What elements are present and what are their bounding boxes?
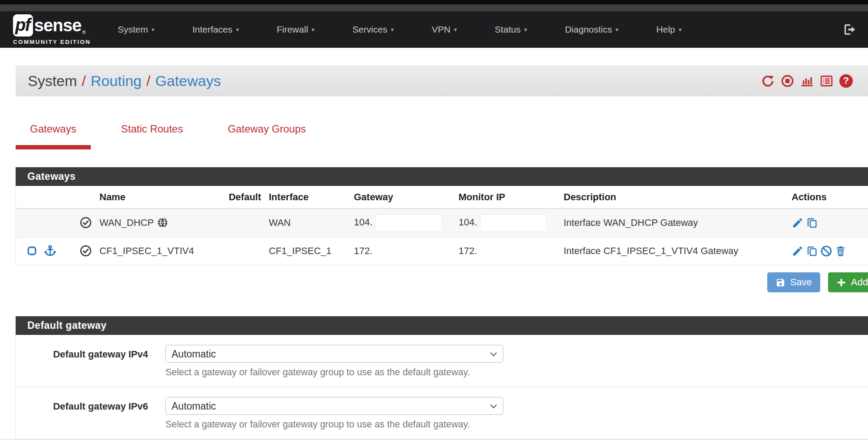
routing-tabs: Gateways Static Routes Gateway Groups: [16, 122, 868, 149]
status-cell: [72, 237, 99, 265]
breadcrumb-link-gateways[interactable]: Gateways: [155, 73, 221, 89]
gateway-ip-cell: 172.: [354, 237, 459, 265]
description-cell: Interface CF1_IPSEC_1_VTIV4 Gateway: [564, 237, 792, 265]
tab-static-routes[interactable]: Static Routes: [107, 122, 198, 149]
default-gateway-ipv6-main: Automatic Select a gateway or failover g…: [165, 397, 503, 430]
chart-bar-icon[interactable]: [800, 74, 814, 88]
table-header-row: Name Default Interface Gateway Monitor I…: [16, 186, 868, 208]
pfsense-logo-pf: pf: [13, 14, 33, 36]
col-gateway: Gateway: [354, 186, 459, 208]
default-cell: [221, 237, 269, 265]
nav-item-system[interactable]: System▾: [118, 24, 155, 35]
pfsense-logo-top: pf sense ®: [13, 14, 91, 36]
top-navbar: pf sense ® COMMUNITY EDITION System▾ Int…: [0, 11, 868, 48]
nav-item-vpn[interactable]: VPN▾: [432, 24, 457, 35]
breadcrumb-section: System: [28, 73, 77, 89]
chevron-down-icon: ▾: [236, 26, 239, 33]
list-icon[interactable]: [820, 74, 833, 88]
tab-gateways[interactable]: Gateways: [16, 122, 91, 149]
nav-item-help[interactable]: Help▾: [657, 24, 682, 35]
default-gateway-ipv4-main: Automatic Select a gateway or failover g…: [165, 345, 503, 378]
gateways-table: Name Default Interface Gateway Monitor I…: [16, 186, 868, 265]
chevron-down-icon: ▾: [454, 26, 457, 33]
actions-cell: [792, 237, 868, 265]
sign-out-icon[interactable]: [843, 23, 857, 36]
breadcrumb-separator: /: [82, 73, 86, 89]
trash-icon[interactable]: [835, 245, 847, 257]
nav-item-services[interactable]: Services▾: [353, 24, 394, 35]
pfsense-logo[interactable]: pf sense ® COMMUNITY EDITION: [13, 14, 91, 45]
save-icon: [776, 278, 785, 288]
default-gateway-ipv4-help: Select a gateway or failover gateway gro…: [165, 367, 503, 378]
save-button[interactable]: Save: [767, 272, 820, 292]
actions-cell: [792, 208, 868, 237]
chevron-down-icon: ▾: [616, 26, 619, 33]
copy-icon[interactable]: [806, 217, 818, 229]
col-name: Name: [99, 186, 221, 208]
pfsense-logo-subtitle: COMMUNITY EDITION: [13, 39, 91, 45]
default-gateway-ipv6-row: Default gateway IPv6 Automatic Select a …: [16, 387, 868, 439]
edit-icon[interactable]: [792, 245, 804, 257]
default-gateway-ipv4-select[interactable]: Automatic: [165, 345, 503, 363]
ban-icon[interactable]: [820, 245, 832, 257]
window-top-strip: [0, 0, 868, 4]
nav-item-interfaces[interactable]: Interfaces▾: [192, 24, 239, 35]
table-buttons: Save Add: [0, 272, 868, 292]
marker-cell: [16, 208, 72, 237]
gateways-panel: Gateways Name Default Interface Gateway …: [16, 167, 868, 265]
col-actions: Actions: [792, 186, 868, 208]
monitor-ip-cell: 104.: [459, 208, 564, 237]
col-status: [72, 186, 99, 208]
nav-item-diagnostics[interactable]: Diagnostics▾: [565, 24, 619, 35]
chevron-down-icon: ▾: [679, 26, 682, 33]
page-action-icons: ?: [761, 74, 853, 88]
stop-circle-icon[interactable]: [781, 74, 794, 88]
plus-icon: [836, 278, 846, 288]
status-cell: [72, 208, 99, 237]
nav-item-firewall[interactable]: Firewall▾: [277, 24, 314, 35]
refresh-icon[interactable]: [761, 74, 775, 88]
col-description: Description: [564, 186, 792, 208]
default-gateway-panel-title: Default gateway: [16, 316, 868, 335]
gateway-ip-cell: 104.: [354, 208, 459, 237]
breadcrumb: System / Routing / Gateways: [28, 73, 221, 89]
default-gateway-form: Default gateway IPv4 Automatic Select a …: [16, 335, 868, 439]
chevron-down-icon: ▾: [152, 26, 155, 33]
question-icon[interactable]: ?: [839, 74, 853, 88]
gateways-panel-title: Gateways: [16, 167, 868, 186]
monitor-ip-cell: 172.: [459, 237, 564, 265]
gateway-name-cell: CF1_IPSEC_1_VTIV4: [99, 237, 221, 265]
square-icon: [26, 245, 37, 256]
gateway-name-cell: WAN_DHCP: [99, 208, 221, 237]
nav-menu: System▾ Interfaces▾ Firewall▾ Services▾ …: [118, 24, 843, 35]
table-row: WAN_DHCP WAN: [16, 208, 868, 237]
registered-mark: ®: [82, 30, 86, 35]
edit-icon[interactable]: [792, 217, 804, 229]
anchor-icon: [44, 245, 56, 257]
col-interface: Interface: [269, 186, 354, 208]
marker-cell: [16, 237, 72, 265]
redaction-box: [376, 215, 441, 231]
globe-icon: [157, 217, 168, 228]
check-circle-icon: [79, 216, 92, 229]
col-markers: [16, 186, 72, 208]
chevron-down-icon: ▾: [524, 26, 527, 33]
breadcrumb-separator: /: [146, 73, 150, 89]
default-gateway-ipv6-select[interactable]: Automatic: [165, 397, 503, 415]
add-button[interactable]: Add: [828, 272, 868, 292]
check-circle-icon: [79, 245, 92, 257]
col-monitor-ip: Monitor IP: [459, 186, 564, 208]
window-title-strip: [0, 4, 868, 11]
breadcrumb-bar: System / Routing / Gateways: [16, 65, 868, 96]
default-cell: [221, 208, 269, 237]
breadcrumb-link-routing[interactable]: Routing: [91, 73, 142, 89]
redaction-box: [481, 215, 546, 231]
gateway-name: WAN_DHCP: [99, 217, 154, 228]
chevron-down-icon: ▾: [312, 26, 315, 33]
default-gateway-ipv4-label: Default gateway IPv4: [16, 345, 165, 360]
description-cell: Interface WAN_DHCP Gateway: [564, 208, 792, 237]
copy-icon[interactable]: [806, 245, 818, 257]
nav-item-status[interactable]: Status▾: [495, 24, 527, 35]
interface-cell: WAN: [269, 208, 354, 237]
tab-gateway-groups[interactable]: Gateway Groups: [213, 122, 320, 149]
